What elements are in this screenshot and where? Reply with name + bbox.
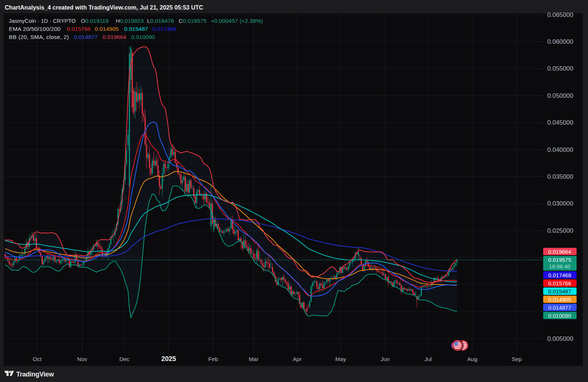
svg-text:0.015487: 0.015487 bbox=[548, 288, 571, 294]
svg-text:Sep: Sep bbox=[512, 356, 522, 362]
svg-text:0.015766: 0.015766 bbox=[67, 26, 91, 32]
svg-text:0.050000: 0.050000 bbox=[547, 92, 573, 99]
svg-text:0.035000: 0.035000 bbox=[547, 173, 573, 180]
svg-text:H0.019823: H0.019823 bbox=[116, 18, 144, 24]
svg-text:0.014877: 0.014877 bbox=[548, 304, 571, 311]
svg-text:Mar: Mar bbox=[249, 356, 259, 362]
svg-text:Aug: Aug bbox=[467, 356, 477, 362]
svg-text:EMA 20/50/100/200: EMA 20/50/100/200 bbox=[9, 26, 61, 32]
svg-text:C0.019575: C0.019575 bbox=[179, 18, 207, 24]
svg-text:Feb: Feb bbox=[208, 356, 218, 362]
svg-text:JasmyCoin · 1D · CRYPTO: JasmyCoin · 1D · CRYPTO bbox=[9, 18, 76, 24]
svg-text:O0.019118: O0.019118 bbox=[81, 18, 109, 24]
svg-text:L0.018476: L0.018476 bbox=[147, 18, 174, 24]
svg-text:0.010090: 0.010090 bbox=[131, 34, 155, 40]
svg-text:Jul: Jul bbox=[424, 356, 432, 362]
svg-text:Oct: Oct bbox=[33, 356, 42, 362]
svg-text:0.014905: 0.014905 bbox=[548, 296, 571, 303]
svg-text:0.017468: 0.017468 bbox=[153, 26, 176, 32]
svg-text:2025: 2025 bbox=[161, 355, 176, 363]
svg-text:Dec: Dec bbox=[119, 356, 130, 362]
svg-text:0.019664: 0.019664 bbox=[548, 249, 571, 255]
svg-text:0.019664: 0.019664 bbox=[103, 34, 126, 40]
svg-text:0.015766: 0.015766 bbox=[548, 280, 571, 286]
svg-text:0.055000: 0.055000 bbox=[547, 65, 573, 72]
svg-text:ChartAnalysis_4 created with T: ChartAnalysis_4 created with TradingView… bbox=[5, 4, 203, 11]
svg-text:Apr: Apr bbox=[293, 356, 301, 362]
svg-text:+0.000457 (+2.39%): +0.000457 (+2.39%) bbox=[211, 18, 263, 24]
svg-text:0.065000: 0.065000 bbox=[547, 11, 573, 18]
svg-text:TradingView: TradingView bbox=[16, 371, 54, 378]
svg-text:Nov: Nov bbox=[77, 356, 87, 362]
svg-text:0.010090: 0.010090 bbox=[548, 313, 571, 319]
svg-text:0.030000: 0.030000 bbox=[547, 200, 573, 207]
svg-text:0.025000: 0.025000 bbox=[547, 227, 573, 234]
svg-text:0.015487: 0.015487 bbox=[124, 26, 148, 32]
svg-text:0.019575: 0.019575 bbox=[548, 257, 571, 263]
svg-text:0.017468: 0.017468 bbox=[548, 272, 571, 278]
svg-text:0.005000: 0.005000 bbox=[547, 335, 573, 342]
svg-text:18:06:40: 18:06:40 bbox=[549, 263, 570, 269]
svg-text:Jun: Jun bbox=[381, 356, 390, 362]
svg-text:0.014905: 0.014905 bbox=[95, 26, 119, 32]
svg-text:0.045000: 0.045000 bbox=[547, 119, 573, 126]
svg-text:0.060000: 0.060000 bbox=[547, 38, 573, 45]
svg-text:0.014877: 0.014877 bbox=[74, 34, 98, 40]
svg-text:May: May bbox=[335, 356, 346, 362]
svg-text:0.040000: 0.040000 bbox=[547, 146, 573, 153]
svg-text:BB (20, SMA, close, 2): BB (20, SMA, close, 2) bbox=[9, 34, 69, 40]
